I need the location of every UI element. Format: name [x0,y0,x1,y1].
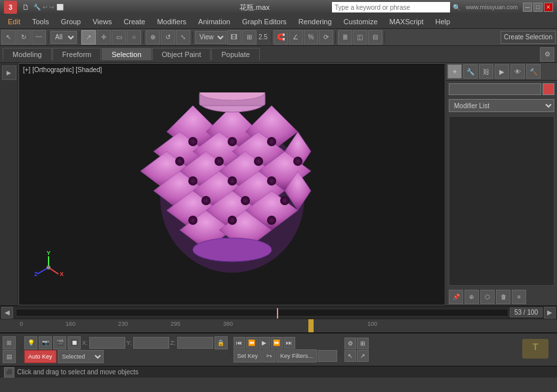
tab-freeform[interactable]: Freeform [52,48,102,60]
display-panel-btn[interactable]: 👁 [510,64,525,79]
go-start-btn[interactable]: ⏮ [234,337,245,349]
pin-stack-btn[interactable]: 📌 [449,290,463,304]
app-icon: 3 [4,1,17,14]
hierarchy-panel-btn[interactable]: ⛓ [479,64,493,79]
play-btn[interactable]: ▶ [258,337,270,349]
prev-frame-btn[interactable]: ⏪ [246,337,258,349]
menu-edit[interactable]: Edit [3,16,26,27]
viewport-config-btn[interactable]: ⊞ [357,338,369,349]
close-button[interactable]: ✕ [544,3,553,12]
tab-selection[interactable]: Selection [102,48,151,60]
circle-sel-btn[interactable]: ○ [127,30,141,45]
menu-help[interactable]: Help [430,16,456,27]
menu-group[interactable]: Group [56,16,87,27]
anim-btn[interactable]: 🎬 [53,336,66,349]
object-name-input[interactable] [449,83,541,95]
create-panel-btn[interactable]: ✦ [447,64,462,79]
z-coord-input[interactable] [177,337,213,349]
track-view-btn[interactable]: 🎞 [227,30,241,45]
time-config-btn[interactable]: ⚙ [344,338,356,349]
spinner-snap-btn[interactable]: ⟳ [319,30,333,45]
select-btn[interactable]: ↖ [1,30,16,45]
svg-text:T: T [533,342,539,352]
frame-number-input[interactable]: 53 [318,350,337,362]
camera-btn[interactable]: 📷 [39,336,52,349]
menu-create[interactable]: Create [118,16,150,27]
viewport[interactable]: [+] [Orthographic] [Shaded] [18,63,445,305]
svg-point-25 [215,157,224,166]
named-sel-btn[interactable]: ≣ [338,30,352,45]
move-tool-btn[interactable]: ✛ [96,30,111,45]
utilities-panel-btn[interactable]: 🔨 [526,64,541,79]
timeline-frame-display: 53 / 100 [510,307,543,317]
align-btn[interactable]: ⊟ [368,30,382,45]
status-text: Click and drag to select and move object… [17,368,138,376]
snap-btn2[interactable]: 🔲 [68,336,81,349]
mirror-btn[interactable]: ◫ [353,30,367,45]
menu-rendering[interactable]: Rendering [293,16,337,27]
bottom-icon-1[interactable]: ⊞ [3,336,16,349]
modify-panel-btn[interactable]: 🔧 [463,64,478,79]
menu-animation[interactable]: Animation [193,16,236,27]
remove-modifier-btn[interactable]: 🗑 [496,290,510,304]
right-nav-1[interactable]: ↖ [344,350,356,362]
maximize-button[interactable]: □ [533,3,543,12]
tab-populate[interactable]: Populate [211,48,259,60]
modifier-list-dropdown[interactable]: Modifier List [449,99,554,112]
svg-point-40 [193,238,272,262]
viewport-label: [+] [Orthographic] [Shaded] [23,66,102,73]
create-selection-button[interactable]: Create Selection [501,31,556,44]
menu-views[interactable]: Views [87,16,117,27]
left-btn-1[interactable]: ▶ [2,66,16,80]
minimize-button[interactable]: ─ [523,3,532,12]
set-key-button[interactable]: Set Key [234,349,262,363]
rot-btn[interactable]: ↺ [161,30,175,45]
scale-btn[interactable]: ⤡ [176,30,190,45]
go-end-btn[interactable]: ⏭ [283,337,295,349]
tab-settings-icon[interactable]: ⚙ [540,47,554,62]
tab-object-paint[interactable]: Object Paint [152,48,211,60]
search-input[interactable] [332,2,450,12]
rect-sel-btn[interactable]: ▭ [112,30,126,45]
transform-btn[interactable]: ⊕ [146,30,160,45]
svg-point-30 [267,176,276,186]
make-unique-btn[interactable]: ⬡ [480,290,495,304]
select-tool-btn[interactable]: ↗ [81,30,96,45]
show-end-result-btn[interactable]: ⊕ [464,290,479,304]
selected-filter-dropdown[interactable]: Selected [58,350,104,363]
motion-panel-btn[interactable]: ▶ [495,64,509,79]
percent-snap-btn[interactable]: % [304,30,318,45]
rotate-select-btn[interactable]: ↻ [16,30,31,45]
snap-btn[interactable]: 🧲 [274,30,288,45]
angle-snap-btn[interactable]: ∠ [289,30,303,45]
filter-dropdown[interactable]: All [51,31,77,44]
toolbar-sep7 [384,31,385,43]
next-frame-btn[interactable]: ⏩ [271,337,283,349]
right-nav-2[interactable]: ↗ [357,350,369,362]
key-mode-btn[interactable]: 🗝 [262,349,276,363]
menu-customize[interactable]: Customize [339,16,383,27]
y-coord-input[interactable] [133,337,169,349]
view-dropdown[interactable]: View [195,31,226,44]
bottom-icon-2[interactable]: ▤ [3,350,16,363]
tab-modeling[interactable]: Modeling [3,48,52,60]
left-toolbar: ▶ [0,63,18,305]
key-filters-button[interactable]: Key Filters... [276,349,317,363]
configure-btn[interactable]: ≡ [512,290,526,304]
menu-maxscript[interactable]: MAXScript [384,16,429,27]
menu-graph-editors[interactable]: Graph Editors [237,16,292,27]
lasso-btn[interactable]: 〰 [31,30,46,45]
menu-modifiers[interactable]: Modifiers [152,16,192,27]
timeline-track[interactable] [16,309,508,317]
timeline-next-btn[interactable]: ▶ [544,307,556,319]
auto-key-button[interactable]: Auto Key [24,350,56,363]
object-color-swatch[interactable] [543,83,554,95]
time-ruler[interactable]: 0 160 230 295 380 100 [0,319,557,333]
lock-btn[interactable]: 🔒 [215,336,228,349]
file-menu[interactable]: 🗋 [22,3,30,11]
timeline-prev-btn[interactable]: ◀ [1,307,13,319]
menu-tools[interactable]: Tools [27,16,54,27]
light-btn[interactable]: 💡 [24,336,37,349]
coord-btn[interactable]: ⊞ [242,30,257,45]
x-coord-input[interactable] [89,337,125,349]
